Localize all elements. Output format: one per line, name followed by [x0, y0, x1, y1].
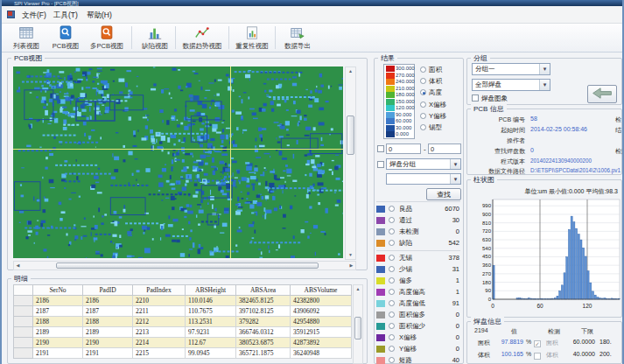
metric-option-2[interactable]: 高度 [420, 88, 442, 97]
pad-check-checkbox[interactable] [534, 340, 541, 347]
scale-entry: 300.000 [386, 66, 414, 73]
table-row[interactable]: 219021902214112.67380523.687542873892 [14, 338, 352, 348]
menu-file[interactable]: 文件(F) [19, 10, 49, 22]
row-selector-header [14, 285, 33, 296]
pad-metric-name: 体积 [469, 351, 490, 360]
legend-item-11[interactable]: X偏移0 [376, 332, 460, 344]
metric-option-0[interactable]: 面积 [420, 66, 442, 74]
scroll-down-icon[interactable]: ▼ [346, 251, 355, 259]
v-scrollbar-thumb[interactable] [347, 116, 354, 155]
pad-group-checkbox[interactable] [377, 161, 384, 168]
legend-item-label: 良品 [399, 205, 412, 214]
table-cell: 110.0146 [186, 296, 236, 306]
scale-color-chip [386, 92, 395, 98]
title-bar[interactable]: SPI Viewer Pro - [PCB视图] [0, 0, 624, 6]
repeatability-button[interactable]: 重复性视图 [231, 24, 273, 52]
pad-check-checkbox[interactable] [534, 353, 541, 360]
metric-option-4[interactable]: Y偏移 [420, 112, 446, 121]
legend-item-1[interactable]: 通过30 [376, 215, 460, 227]
metric-option-1[interactable]: 体积 [420, 77, 442, 86]
radio-icon [420, 78, 426, 84]
pad-select-dropdown[interactable]: 全部焊盘 [472, 79, 550, 91]
legend-item-0[interactable]: 良品6070 [376, 204, 460, 215]
legend-color-chip [376, 266, 385, 273]
legend-item-3[interactable]: 缺陷542 [376, 238, 460, 249]
row-selector[interactable] [14, 306, 33, 317]
legend-item-label: 高度偏低 [399, 299, 425, 308]
pcb-board-canvas[interactable] [13, 66, 343, 258]
info-row: 起始时间2014-02-25 00:58:46结 [469, 126, 621, 136]
scroll-up-icon[interactable]: ▲ [354, 285, 362, 293]
radio-icon [389, 334, 395, 340]
legend-item-7[interactable]: 高度偏高1 [376, 287, 460, 298]
search-button[interactable]: 查找 [426, 188, 461, 200]
scroll-up-icon[interactable]: ▲ [346, 67, 355, 75]
table-row[interactable]: 21892189221397.9231366746.031235912915 [14, 327, 352, 338]
pad-info-panel-title: 焊盘信息 [471, 317, 504, 326]
metric-option-3[interactable]: X偏移 [420, 101, 446, 109]
toolbar-button-label: 缺陷视图 [135, 42, 175, 50]
legend-item-count: 0 [456, 345, 459, 353]
table-row[interactable]: 218821882212113.253137928242954880 [14, 317, 352, 327]
menu-help[interactable]: 帮助(H) [84, 10, 115, 22]
row-selector[interactable] [14, 338, 33, 348]
multi-pcb-search-button[interactable]: 多PCB视图 [86, 24, 128, 52]
table-cell: 2187 [83, 306, 133, 317]
results-panel: 结果 300.000270.000240.000210.000180.00015… [374, 58, 464, 364]
scroll-right-icon[interactable]: ▶ [347, 262, 355, 270]
pcb-v-scrollbar[interactable]: ▲ ▼ [345, 66, 356, 260]
range-filter-checkbox[interactable] [377, 145, 384, 152]
scale-color-chip [386, 99, 395, 105]
legend-item-9[interactable]: 面积偏多0 [376, 310, 460, 321]
metric-option-5[interactable]: 锡型 [420, 123, 442, 132]
list-view-button[interactable]: 列表视图 [7, 24, 46, 52]
legend-item-8[interactable]: 高度偏低91 [376, 298, 460, 310]
legend-color-chip [376, 240, 385, 247]
range-from-input[interactable] [386, 144, 421, 154]
legend-item-12[interactable]: Y偏移0 [376, 344, 460, 355]
table-cell: 2189 [83, 327, 133, 338]
table-cell: 112.67 [186, 338, 236, 348]
legend-item-2[interactable]: 未检测0 [376, 227, 460, 238]
info-row: PCB 编号58检 [469, 116, 621, 125]
row-selector[interactable] [14, 327, 33, 338]
table-row[interactable]: 21912191221599.0945365721.187536240948 [14, 348, 352, 359]
table-v-scrollbar[interactable]: ▲ [353, 284, 363, 364]
repeatability-icon [231, 25, 273, 42]
pad-group-dropdown[interactable]: 焊盘分组 [386, 158, 461, 170]
pad-check-label: 面积 [546, 339, 558, 347]
scroll-left-icon[interactable]: ◀ [14, 262, 22, 270]
h-scrollbar-thumb[interactable] [56, 262, 319, 269]
pcb-h-scrollbar[interactable]: ◀ ▶ [13, 261, 356, 270]
data-export-button[interactable]: 数据导出 [278, 24, 317, 52]
scale-entry: 0.000 [386, 131, 414, 138]
legend-item-5[interactable]: 少锡31 [376, 264, 460, 276]
data-trend-button[interactable]: 数据趋势视图 [177, 24, 228, 52]
legend-separator [376, 250, 460, 251]
y-tick-label: 360 [482, 262, 492, 268]
legend-item-4[interactable]: 无锡378 [376, 253, 460, 264]
row-selector[interactable] [14, 317, 33, 327]
range-to-input[interactable] [428, 144, 461, 154]
row-selector[interactable] [14, 296, 33, 306]
table-scrollbar-thumb[interactable] [354, 317, 361, 340]
toolbar-separator [175, 26, 176, 49]
pad-image-checkbox[interactable] [472, 94, 479, 102]
legend-item-10[interactable]: 面积偏少0 [376, 321, 460, 332]
defect-chart-button[interactable]: 缺陷视图 [135, 24, 175, 52]
legend-item-13[interactable]: 短路40 [376, 355, 460, 364]
info-value: 2014-02-25 00:58:46 [530, 126, 587, 132]
back-arrow-button[interactable] [587, 85, 617, 103]
toolbar-separator [131, 26, 132, 49]
filter-dropdown[interactable] [386, 173, 461, 185]
info-value: 58 [530, 116, 537, 122]
menu-tools[interactable]: 工具(T) [51, 10, 81, 22]
pcb-search-button[interactable]: PCB视图 [47, 24, 84, 52]
legend-item-6[interactable]: 偏多1 [376, 276, 460, 287]
row-selector[interactable] [14, 348, 33, 359]
y-tick-label: 180 [482, 280, 492, 285]
scale-color-chip [386, 105, 395, 111]
table-row[interactable]: 218621862210110.0146382465.812542382800 [14, 296, 352, 306]
table-row[interactable]: 218721872211110.7675397102.812543906092 [14, 306, 352, 317]
group-select-dropdown[interactable]: 分组一 [472, 63, 550, 75]
